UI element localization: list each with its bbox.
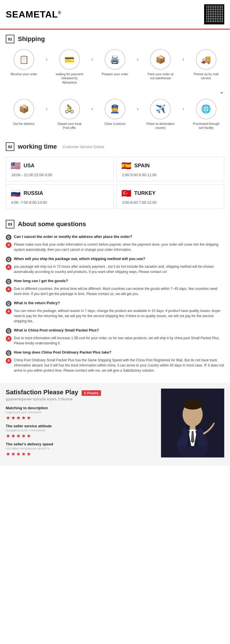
step-pack: 📦 Pack your order at out warehouse — [146, 49, 175, 80]
rating-sub-0: подхощие для описания — [6, 410, 155, 414]
faq-a-badge-2: A — [6, 286, 12, 292]
faq-item-5: Q How long does China Post Oridinary Pac… — [6, 350, 224, 373]
rating-stars-2: ★★★★★ — [6, 451, 155, 457]
faq-section-num: 03 — [6, 220, 14, 228]
step-receive: 📋 Receive your order — [9, 49, 38, 76]
country-name-spain: SPAIN — [134, 163, 150, 169]
arrow-4: › — [183, 49, 184, 62]
faq-a-4: A Due to track information will increase… — [6, 335, 224, 346]
country-time-turkey: 3:00-6:00 7:00-12:00 — [121, 200, 219, 205]
faq-section-title: About some questions — [18, 220, 86, 228]
faq-item-0: Q Can I cancel the order or modify the a… — [6, 234, 224, 252]
rating-item-1: The seller service attitude продавец усл… — [6, 424, 155, 439]
faq-a-5: A China Post Oridinary Small Packet Plus… — [6, 358, 224, 373]
faq-item-3: Q What is the return Policy? A You can r… — [6, 300, 224, 324]
rating-stars-0: ★★★★★ — [6, 415, 155, 421]
faq-q-badge-4: Q — [6, 328, 12, 334]
rating-sub-1: продавец услуг отношения — [6, 428, 155, 432]
faq-a-text-2: Due to different countries, the arrival … — [14, 286, 224, 296]
rating-label-2: The seller's delivery speed — [6, 442, 155, 446]
satisfaction-badge: 5 Points — [82, 390, 101, 396]
step-receive-icon: 📋 — [14, 49, 34, 70]
faq-q-2: Q How long can I get the goods? — [6, 278, 224, 284]
country-header-spain: 🇪🇸 SPAIN — [121, 161, 219, 170]
faq-q-text-3: What is the return Policy? — [14, 300, 60, 306]
step-prepare-label: Prepare your order — [102, 72, 128, 76]
step-customs: 👮 Clear Customs — [101, 99, 129, 126]
country-card-russia: 🇷🇺 RUSSIA 4:00 -7:00 8:00-13:00 — [6, 184, 114, 209]
rating-label-1: The seller service attitude — [6, 424, 155, 428]
step-prepare: 🖨️ Prepare your order — [101, 49, 129, 76]
country-card-turkey: 🇹🇷 TURKEY 3:00-6:00 7:00-12:00 — [116, 184, 224, 209]
country-header-russia: 🇷🇺 RUSSIA — [11, 189, 109, 198]
country-name-russia: RUSSIA — [24, 190, 43, 196]
step-flown-label: Flown to destination country — [146, 122, 175, 130]
person-illustration — [161, 389, 224, 457]
satisfaction-subtitle: удовлетворение просьба играть 5 баллов — [6, 397, 155, 401]
step-payment: 💳 waiting for payment released by Aliexp… — [55, 49, 84, 84]
faq-q-text-5: How long does China Post Oridinary Packe… — [14, 350, 112, 355]
brand-logo: SEAMETAL® — [6, 9, 61, 20]
faq-q-badge-5: Q — [6, 350, 12, 356]
country-header-usa: 🇺🇸 USA — [11, 161, 109, 170]
country-card-spain: 🇪🇸 SPAIN 2:00-5:00 6:00-11:00 — [116, 157, 224, 181]
step-pickup-label: Picked up by mail service — [192, 72, 221, 80]
rating-sub-2: поставка продавцом скорость — [6, 447, 155, 450]
faq-a-text-3: You can return the package, without reas… — [14, 308, 224, 324]
step-pickup-icon: 🚚 — [196, 49, 216, 70]
faq-a-text-5: China Post Oridinary Small Packet Plus h… — [14, 358, 224, 373]
step-customs-icon: 👮 — [105, 99, 125, 119]
country-time-russia: 4:00 -7:00 8:00-13:00 — [11, 200, 109, 205]
arrow-7: ‹ — [137, 99, 139, 112]
step-pack-icon: 📦 — [150, 49, 171, 70]
faq-a-text-0: Please make sure that your order informa… — [14, 242, 224, 252]
flag-russia: 🇷🇺 — [11, 189, 21, 198]
step-depart-label: Depart your local Post offic — [55, 122, 84, 130]
faq-item-4: Q What is China Post ordinary Small Pack… — [6, 328, 224, 346]
faq-a-badge-1: A — [6, 264, 12, 270]
step-receive-label: Receive your order — [11, 72, 37, 76]
flag-spain: 🇪🇸 — [121, 161, 131, 170]
flag-usa: 🇺🇸 — [11, 161, 21, 170]
country-name-turkey: TURKEY — [134, 190, 156, 196]
step-sort-label: Processed through sort facility — [192, 122, 221, 130]
faq-q-0: Q Can I cancel the order or modify the a… — [6, 234, 224, 240]
step-flown: ✈️ Flown to destination country — [146, 99, 175, 130]
country-header-turkey: 🇹🇷 TURKEY — [121, 189, 219, 198]
faq-q-badge-3: Q — [6, 301, 12, 307]
faq-q-3: Q What is the return Policy? — [6, 300, 224, 307]
country-time-spain: 2:00-5:00 6:00-11:00 — [121, 173, 219, 177]
arrow-8: ‹ — [183, 99, 184, 112]
arrow-6: ‹ — [91, 99, 93, 112]
country-time-usa: 18:00 - 21:00 22:00-3:00 — [11, 173, 109, 177]
faq-a-0: A Please make sure that your order infor… — [6, 242, 224, 252]
faq-q-5: Q How long does China Post Oridinary Pac… — [6, 350, 224, 356]
shipping-row-1: 📋 Receive your order › 💳 waiting for pay… — [0, 46, 230, 87]
faq-item-2: Q How long can I get the goods? A Due to… — [6, 278, 224, 296]
working-time-section-title: working time — [18, 143, 57, 150]
step-prepare-icon: 🖨️ — [105, 49, 125, 70]
step-out-delivery-icon: 📦 — [14, 99, 34, 119]
svg-point-3 — [183, 399, 203, 410]
step-payment-icon: 💳 — [59, 49, 80, 70]
working-time-section-num: 02 — [6, 142, 14, 151]
shipping-row-2: 📦 Out for delivery ‹ 🚴 Depart your local… — [0, 96, 230, 133]
faq-section-header: 03 About some questions — [0, 215, 230, 231]
flag-turkey: 🇹🇷 — [121, 189, 131, 198]
country-name-usa: USA — [24, 163, 34, 169]
step-depart: 🚴 Depart your local Post offic — [55, 99, 84, 130]
faq-q-text-0: Can I cancel the order or modify the add… — [14, 234, 132, 239]
working-time-subtitle: Customer Service Online — [63, 145, 104, 149]
faq-a-badge-4: A — [6, 336, 12, 342]
faq-q-text-4: What is China Post ordinary Small Packet… — [14, 328, 99, 333]
arrow-down: ⌄ — [0, 88, 230, 95]
working-time-section-header: 02 working time Customer Service Online — [0, 137, 230, 154]
faq-q-text-1: When will you ship the package out, whic… — [14, 256, 145, 261]
faq-a-badge-0: A — [6, 242, 12, 248]
shipping-section-num: 01 — [6, 35, 14, 43]
step-sort: 🌐 Processed through sort facility — [192, 99, 221, 130]
satisfaction-title: Satisfaction Please Play — [6, 389, 78, 396]
faq-a-text-4: Due to track information will increase 1… — [14, 335, 224, 346]
arrow-5: ‹ — [46, 99, 47, 112]
step-depart-icon: 🚴 — [59, 99, 80, 119]
